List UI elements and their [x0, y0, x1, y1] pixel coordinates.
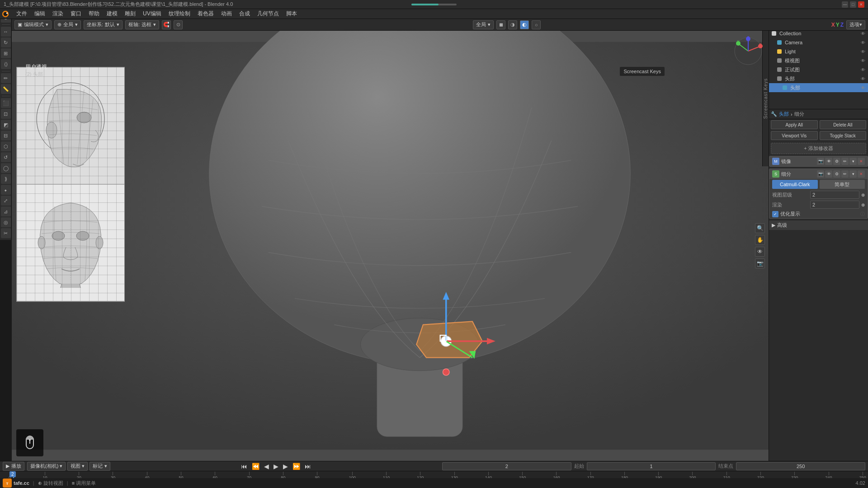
orientation-gizmo[interactable]: X Y Z	[732, 35, 764, 67]
viewport-level-stepper[interactable]: ⊕	[861, 192, 865, 197]
add-modifier-button[interactable]: + 添加修改器	[771, 143, 866, 154]
advanced-section-header[interactable]: ▶ 高级	[769, 221, 868, 230]
outliner-item-1[interactable]: Camera👁	[769, 38, 868, 47]
timeline-menu-标记[interactable]: 标记 ▾	[90, 462, 110, 471]
subdiv-close-icon[interactable]: ✕	[858, 170, 865, 178]
apply-all-button[interactable]: Apply All	[771, 120, 818, 129]
menu-item-合成[interactable]: 合成	[236, 9, 254, 19]
render-level-stepper[interactable]: ⊕	[861, 202, 865, 207]
outliner-item-2[interactable]: Light👁	[769, 47, 868, 56]
next-frame-button[interactable]: ⏩	[292, 463, 301, 470]
timeline-menu-视图[interactable]: 视图 ▾	[67, 462, 88, 471]
delete-all-button[interactable]: Delete All	[820, 120, 867, 129]
outliner-item-4[interactable]: 正试图👁	[769, 65, 868, 74]
loop-cut[interactable]: ⊟	[1, 131, 11, 141]
shrink-fatten[interactable]: ⬥	[1, 185, 11, 195]
viewport[interactable]: 用户透视 (2) 头部	[12, 31, 769, 461]
frame-end-field[interactable]: 250	[736, 462, 865, 470]
frame-start-field[interactable]: 1	[587, 462, 716, 470]
mod-mirror-down[interactable]: ▾	[849, 158, 857, 165]
catmull-clark-button[interactable]: Catmull-Clark	[772, 180, 818, 189]
simple-button[interactable]: 简单型	[820, 180, 865, 189]
rip[interactable]: ✂	[1, 228, 11, 238]
transform-selector[interactable]: ⊕ 全局 ▾	[54, 20, 81, 29]
outliner-eye-1[interactable]: 👁	[861, 40, 865, 45]
menu-item-脚本[interactable]: 脚本	[283, 9, 301, 19]
menu-item-帮助[interactable]: 帮助	[85, 9, 103, 19]
outliner-item-3[interactable]: 模视图👁	[769, 56, 868, 65]
annotate-tool[interactable]: ✏	[1, 73, 11, 83]
outliner-item-6[interactable]: 头部👁	[769, 83, 868, 92]
mod-mirror-x[interactable]: ✕	[858, 158, 865, 165]
jump-start-button[interactable]: ⏮	[240, 463, 248, 470]
maximize-button[interactable]: □	[850, 1, 856, 8]
to-sphere[interactable]: ◎	[1, 217, 11, 227]
viewport-level-value[interactable]: 2	[810, 191, 859, 199]
menu-item-建模[interactable]: 建模	[103, 9, 121, 19]
inset[interactable]: ⊡	[1, 109, 11, 119]
poly-build[interactable]: ⬡	[1, 141, 11, 151]
jump-end-button[interactable]: ⏭	[304, 463, 312, 470]
zoom-tool[interactable]: 🔍	[755, 223, 765, 233]
toggle-stack-button[interactable]: Toggle Stack	[820, 131, 867, 140]
snap-toggle[interactable]: 🧲	[162, 20, 171, 29]
mod-render-icon[interactable]: ⚙	[833, 158, 840, 165]
viewport-shading-1[interactable]: ◼	[496, 20, 505, 29]
prev-frame-button[interactable]: ⏪	[251, 463, 260, 470]
rotate-tool[interactable]: ↻	[1, 38, 11, 47]
select-mode[interactable]: 选项▾	[846, 20, 865, 29]
viewport-shading-3[interactable]: ◐	[520, 20, 529, 29]
menu-item-渲染[interactable]: 渲染	[49, 9, 67, 19]
proportional-edit[interactable]: ⊙	[174, 20, 183, 29]
camera-view-btn[interactable]: 📷	[755, 258, 765, 268]
measure-tool[interactable]: 📏	[1, 84, 11, 94]
play-button[interactable]: ▶	[273, 463, 279, 470]
timeline-play-dropdown[interactable]: ▶ 播放	[3, 462, 24, 471]
prev-keyframe-button[interactable]: ◀	[263, 463, 270, 470]
subdiv-eye-icon[interactable]: 👁	[825, 170, 832, 178]
next-keyframe-button[interactable]: ▶	[282, 463, 289, 470]
outliner-eye-5[interactable]: 👁	[861, 76, 865, 81]
mod-edit-icon[interactable]: ✏	[841, 158, 849, 165]
add-cube[interactable]: ⬛	[1, 98, 11, 108]
outliner-eye-6[interactable]: 👁	[861, 85, 865, 90]
viewport-vis-button[interactable]: Viewport Vis	[771, 131, 818, 140]
mod-camera-icon[interactable]: 📷	[817, 158, 824, 165]
optimize-display-checkbox[interactable]: ✓	[772, 211, 778, 217]
current-frame-field[interactable]: 2	[442, 462, 571, 470]
subdiv-edit-icon[interactable]: ✏	[841, 170, 849, 178]
pan-tool[interactable]: ✋	[755, 235, 765, 245]
menu-item-编辑[interactable]: 编辑	[31, 9, 49, 19]
transform-tool[interactable]: ⟨⟩	[1, 59, 11, 69]
menu-item-文件[interactable]: 文件	[13, 9, 31, 19]
bevel[interactable]: ◩	[1, 120, 11, 130]
coord-selector[interactable]: 坐标系: 默认▾	[84, 20, 123, 29]
subdiv-down-icon[interactable]: ▾	[849, 170, 857, 178]
menu-item-几何节点[interactable]: 几何节点	[254, 9, 283, 19]
menu-item-动画[interactable]: 动画	[217, 9, 236, 19]
move-tool[interactable]: ↔	[1, 27, 11, 37]
minimize-button[interactable]: —	[842, 1, 848, 8]
mode-selector[interactable]: ▣ 编辑模式 ▾	[14, 20, 52, 29]
scale-tool[interactable]: ⊞	[1, 48, 11, 58]
menu-item-纹理绘制[interactable]: 纹理绘制	[165, 9, 194, 19]
viewport-shading-2[interactable]: ◑	[508, 20, 517, 29]
subdiv-render-icon[interactable]: ⚙	[833, 170, 840, 178]
render-level-value[interactable]: 2	[810, 201, 859, 209]
shear[interactable]: ⊿	[1, 206, 11, 216]
subdiv-cam-icon[interactable]: 📷	[817, 170, 824, 178]
menu-item-UV编辑[interactable]: UV编辑	[139, 9, 165, 19]
menu-item-雕刻[interactable]: 雕刻	[121, 9, 139, 19]
spin[interactable]: ↺	[1, 152, 11, 162]
timeline-menu-摄像机(相机)[interactable]: 摄像机(相机) ▾	[27, 462, 66, 471]
close-button[interactable]: ✕	[858, 1, 864, 8]
outliner-eye-2[interactable]: 👁	[861, 49, 865, 54]
outliner-eye-0[interactable]: 👁	[861, 31, 865, 36]
view-dropdown[interactable]: 全局▾	[473, 20, 494, 29]
outliner-item-5[interactable]: 头部👁	[769, 74, 868, 83]
orbit-tool[interactable]: 👁	[755, 247, 765, 257]
pivot-selector[interactable]: 枢轴: 选框▾	[125, 20, 159, 29]
menu-item-着色器[interactable]: 着色器	[194, 9, 217, 19]
outliner-eye-3[interactable]: 👁	[861, 58, 865, 63]
menu-item-窗口[interactable]: 窗口	[67, 9, 85, 19]
